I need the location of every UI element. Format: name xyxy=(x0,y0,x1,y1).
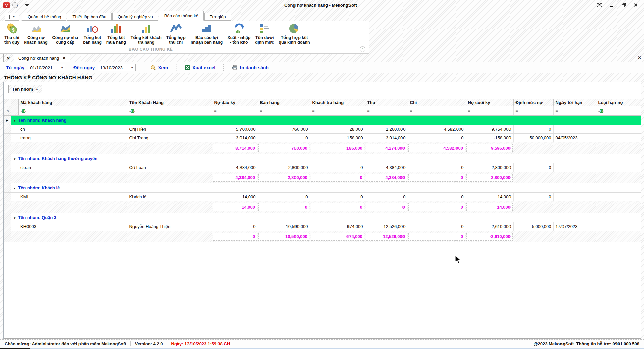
filter-cell-chi[interactable]: = xyxy=(408,106,466,116)
application-menu-button[interactable]: ▾ xyxy=(5,13,19,21)
ribbon-item-7[interactable]: Tổng hợp thu chi xyxy=(164,22,188,45)
cell-chi[interactable]: 0 xyxy=(408,134,466,142)
filter-cell-loai_han_no[interactable]: aBc xyxy=(596,106,641,116)
cell-ngay_toi_han[interactable] xyxy=(553,163,596,172)
cell-ngay_toi_han[interactable]: 04/05/2023 xyxy=(553,134,596,142)
group-row[interactable]: ▾Tên nhóm: Khách hàng thường xuyên xyxy=(4,154,641,163)
column-header-ten[interactable]: Tên Khách Hàng xyxy=(127,99,212,106)
menu-tab-5[interactable]: Trợ giúp xyxy=(204,13,231,21)
ribbon-item-2[interactable]: Công nợ khách hàng xyxy=(22,22,50,45)
cell-ten[interactable]: Nguyễn Hoàng Thiện xyxy=(127,222,212,231)
cell-no_cuoi_ky[interactable]: 9,754,000 xyxy=(466,125,513,134)
menu-tab-4[interactable]: Báo cáo thống kê xyxy=(159,11,204,21)
cell-ten[interactable]: Cô Loan xyxy=(127,163,212,172)
filter-cell-no_dau_ky[interactable]: = xyxy=(212,106,258,116)
cell-ngay_toi_han[interactable] xyxy=(553,125,596,134)
column-header-thu[interactable]: Thu xyxy=(365,99,408,106)
group-by-chip[interactable]: Tên nhóm ▲ xyxy=(8,85,42,93)
document-tab-active[interactable]: Công nợ khách hàng ✕ xyxy=(14,54,70,62)
cell-chi[interactable]: 4,582,000 xyxy=(408,125,466,134)
cell-no_cuoi_ky[interactable]: -2,610,000 xyxy=(466,222,513,231)
print-list-button[interactable]: In danh sách xyxy=(230,65,271,71)
cell-thu[interactable]: 1,260,000 xyxy=(365,125,408,134)
cell-ban_hang[interactable]: 760,000 xyxy=(258,125,310,134)
cell-ban_hang[interactable]: 10,590,000 xyxy=(258,222,310,231)
customize-toolbar-button[interactable] xyxy=(25,4,29,6)
minimize-button[interactable] xyxy=(609,3,614,7)
export-excel-button[interactable]: Xuất excel xyxy=(183,65,217,71)
data-row[interactable]: cloanCô Loan4,384,0002,800,00004,384,000… xyxy=(4,163,641,172)
cell-no_dau_ky[interactable]: 14,000 xyxy=(212,193,258,201)
cell-ban_hang[interactable]: 0 xyxy=(258,134,310,142)
cell-no_cuoi_ky[interactable]: 2,800,000 xyxy=(466,163,513,172)
column-header-ma[interactable]: Mã khách hàng xyxy=(18,99,127,106)
tabbar-close-button[interactable]: ✕ xyxy=(638,55,641,60)
cell-chi[interactable]: 0 xyxy=(408,222,466,231)
cell-ma[interactable]: cloan xyxy=(18,163,127,172)
view-button[interactable]: Xem xyxy=(148,65,170,71)
filter-cell-ban_hang[interactable]: = xyxy=(258,106,310,116)
cell-ban_hang[interactable]: 0 xyxy=(258,193,310,201)
cell-loai_han_no[interactable] xyxy=(596,222,641,231)
cell-ma[interactable]: KML xyxy=(18,193,127,201)
fullscreen-button[interactable] xyxy=(597,3,602,7)
restore-button[interactable] xyxy=(621,3,626,7)
cell-no_dau_ky[interactable]: 4,384,000 xyxy=(212,163,258,172)
group-row[interactable]: ▾Tên nhóm: Khách lẻ xyxy=(4,183,641,193)
cell-loai_han_no[interactable] xyxy=(596,163,641,172)
column-header-dinh_muc_no[interactable]: Định mức nợ xyxy=(513,99,553,106)
column-header-ban_hang[interactable]: Bán hàng xyxy=(258,99,310,106)
column-header-ngay_toi_han[interactable]: Ngày tới hạn xyxy=(553,99,596,106)
filter-cell-ngay_toi_han[interactable]: = xyxy=(553,106,596,116)
menu-tab-1[interactable]: Quản trị hệ thống xyxy=(22,13,66,21)
cell-no_dau_ky[interactable]: 3,014,000 xyxy=(212,134,258,142)
cell-khach_tra_hang[interactable]: 158,000 xyxy=(310,134,365,142)
quick-access-button[interactable]: ▾ xyxy=(12,2,18,8)
column-header-khach_tra_hang[interactable]: Khách trả hàng xyxy=(310,99,365,106)
filter-cell-ten[interactable]: aBc xyxy=(127,106,212,116)
cell-thu[interactable]: 3,014,000 xyxy=(365,134,408,142)
ribbon-item-6[interactable]: Tổng kết khách trả hàng xyxy=(128,22,164,45)
group-row[interactable]: ▶▾Tên nhóm: Khách hàng xyxy=(4,116,641,125)
ribbon-item-3[interactable]: Công nợ nhà cung cấp xyxy=(50,22,81,45)
ribbon-item-10[interactable]: Tồn dưới định mức xyxy=(253,22,276,45)
cell-dinh_muc_no[interactable]: 0 xyxy=(513,163,553,172)
filter-cell-khach_tra_hang[interactable]: = xyxy=(310,106,365,116)
cell-dinh_muc_no[interactable]: 0 xyxy=(513,193,553,201)
ribbon-item-8[interactable]: Báo cáo lợi nhuận bán hàng xyxy=(188,22,225,45)
cell-no_dau_ky[interactable]: 5,700,000 xyxy=(212,125,258,134)
cell-ban_hang[interactable]: 2,800,000 xyxy=(258,163,310,172)
collapse-triangle-icon[interactable]: ▾ xyxy=(14,187,16,190)
menu-tab-3[interactable]: Quản lý nghiệp vụ xyxy=(112,13,158,21)
data-row[interactable]: KH0003Nguyễn Hoàng Thiện010,590,000674,0… xyxy=(4,222,641,231)
cell-ma[interactable]: trang xyxy=(18,134,127,142)
cell-ngay_toi_han[interactable] xyxy=(553,193,596,201)
filter-cell-dinh_muc_no[interactable]: = xyxy=(513,106,553,116)
collapse-triangle-icon[interactable]: ▾ xyxy=(14,119,16,122)
cell-ten[interactable]: Chị Hiền xyxy=(127,125,212,134)
ribbon-item-4[interactable]: Tổng kết bán hàng xyxy=(80,22,104,45)
cell-ma[interactable]: KH0003 xyxy=(18,222,127,231)
cell-ngay_toi_han[interactable]: 17/07/2023 xyxy=(553,222,596,231)
filter-cell-ma[interactable]: aBc xyxy=(18,106,127,116)
cell-loai_han_no[interactable] xyxy=(596,125,641,134)
ribbon-collapse-button[interactable]: ⌃ xyxy=(360,46,365,52)
ribbon-item-9[interactable]: Xuất - nhập - tồn kho xyxy=(225,22,253,45)
cell-loai_han_no[interactable] xyxy=(596,134,641,142)
cell-loai_han_no[interactable] xyxy=(596,193,641,201)
to-date-combobox[interactable]: 13/10/2023 ▼ xyxy=(98,64,136,71)
cell-ten[interactable]: Chị Trang xyxy=(127,134,212,142)
collapse-triangle-icon[interactable]: ▾ xyxy=(14,157,16,161)
cell-chi[interactable]: 0 xyxy=(408,193,466,201)
data-row[interactable]: chChị Hiền5,700,000760,00028,0001,260,00… xyxy=(4,125,641,134)
cell-dinh_muc_no[interactable]: 0 xyxy=(513,125,553,134)
filter-cell-thu[interactable]: = xyxy=(365,106,408,116)
column-header-no_cuoi_ky[interactable]: Nợ cuối kỳ xyxy=(466,99,513,106)
cell-thu[interactable]: 0 xyxy=(365,193,408,201)
column-header-loai_han_no[interactable]: Loại hạn nợ xyxy=(596,99,641,106)
cell-no_cuoi_ky[interactable]: 14,000 xyxy=(466,193,513,201)
cell-khach_tra_hang[interactable]: 0 xyxy=(310,193,365,201)
ribbon-item-11[interactable]: Tổng hợp kết quả kinh doanh xyxy=(276,22,312,45)
ribbon-item-5[interactable]: Tổng kết mua hàng xyxy=(104,22,128,45)
cell-ten[interactable]: Khách lẻ xyxy=(127,193,212,201)
